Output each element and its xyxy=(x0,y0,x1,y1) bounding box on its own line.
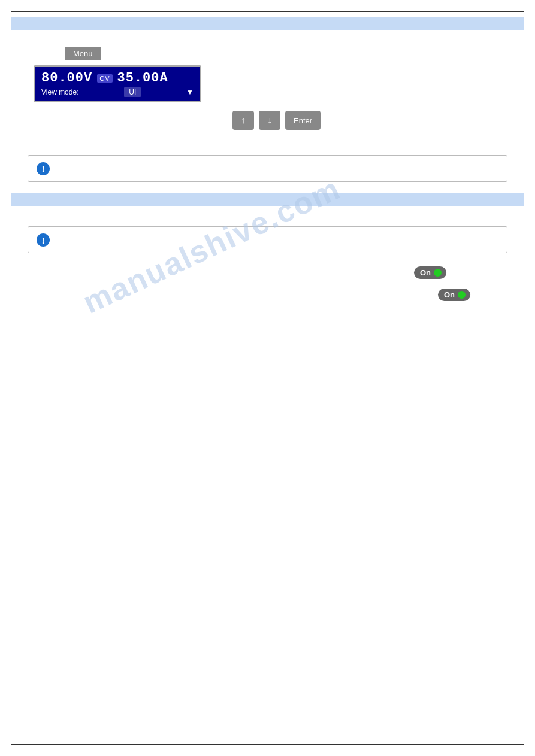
section-2-bar xyxy=(11,193,524,206)
bottom-rule xyxy=(11,744,524,745)
lcd-voltage: 80.00V xyxy=(41,71,92,86)
nav-buttons-row: ↑ ↓ Enter xyxy=(232,111,518,130)
toggle-2-label: On xyxy=(444,290,455,299)
toggle-2-dot xyxy=(458,291,466,299)
lcd-display: 80.00V CV 35.00A View mode: UI ▼ xyxy=(34,65,201,102)
toggle-switch-2[interactable]: On xyxy=(438,289,470,301)
lcd-view-mode-value: UI xyxy=(124,87,141,97)
note-icon-2: ! xyxy=(37,233,50,247)
toggle-container-2: On xyxy=(17,289,470,301)
toggle-switch-1[interactable]: On xyxy=(414,266,446,279)
toggle-container-1: On xyxy=(17,266,446,279)
menu-button[interactable]: Menu xyxy=(65,47,101,60)
note-box-1: ! xyxy=(28,155,507,182)
lcd-view-mode-label: View mode: xyxy=(41,88,78,96)
up-arrow-button[interactable]: ↑ xyxy=(232,111,254,130)
lcd-dropdown-arrow: ▼ xyxy=(186,88,194,96)
toggle-1-label: On xyxy=(420,268,431,277)
toggle-1-dot xyxy=(434,269,442,277)
down-arrow-button[interactable]: ↓ xyxy=(259,111,280,130)
section-1-bar xyxy=(11,17,524,30)
lcd-current: 35.00A xyxy=(117,71,168,86)
note-icon-1: ! xyxy=(37,162,50,175)
menu-area: Menu xyxy=(65,47,518,60)
enter-button[interactable]: Enter xyxy=(285,111,321,130)
lcd-mode-badge: CV xyxy=(97,74,112,83)
note-box-2: ! xyxy=(28,226,507,253)
